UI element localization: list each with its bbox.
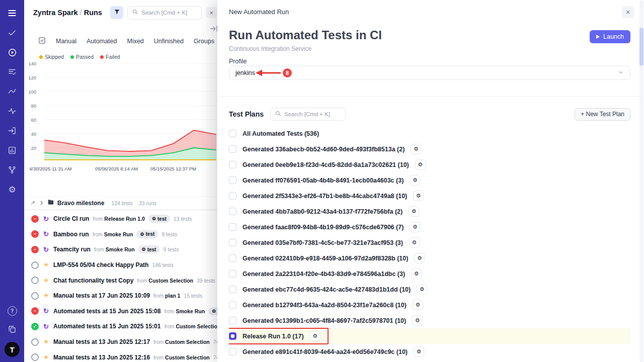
settings-gear-icon[interactable]: ⚙ bbox=[6, 184, 18, 196]
test-plan-settings-button[interactable]: ⚙ bbox=[417, 284, 427, 295]
test-plan-settings-button[interactable]: ⚙ bbox=[412, 315, 423, 326]
test-plan-row[interactable]: Generated 2f5343e3-ef26-47b1-be8b-44cabc… bbox=[229, 188, 630, 204]
test-plan-row[interactable]: Generated 336abecb-0b52-4d60-9ded-493f3f… bbox=[229, 141, 630, 157]
activity-icon[interactable] bbox=[6, 105, 18, 117]
page-subtitle: Continuous Integration Service bbox=[229, 45, 311, 52]
run-row[interactable]: − ↻ Bamboo run fromSmoke Run ⚙test 9 tes… bbox=[24, 227, 217, 242]
bar-chart-icon[interactable] bbox=[6, 144, 18, 156]
test-plan-checkbox[interactable] bbox=[229, 317, 236, 324]
run-row[interactable]: ✳ Manual tests at 17 Jun 2025 10:09 from… bbox=[24, 288, 217, 304]
test-plan-row[interactable]: Generated ebc77c4d-9635-424c-ac5e-427483… bbox=[229, 282, 630, 297]
chevron-right-icon[interactable] bbox=[39, 199, 44, 208]
test-plan-settings-button[interactable]: ⚙ bbox=[413, 300, 423, 310]
test-plan-settings-button[interactable]: ⚙ bbox=[410, 222, 420, 232]
run-row[interactable]: − ↻ Circle CI run fromRelease Run 1.0 ⚙t… bbox=[24, 211, 217, 227]
test-plan-settings-button[interactable]: ⚙ bbox=[409, 237, 420, 248]
test-plan-row[interactable]: Generated ff076591-05ab-4b4b-8491-1ecb00… bbox=[229, 172, 630, 188]
test-plan-checkbox[interactable] bbox=[229, 348, 236, 355]
test-plan-settings-button[interactable]: ⚙ bbox=[410, 175, 420, 186]
test-plan-row[interactable]: Generated 035e7bf0-7381-4c5c-be77-321e73… bbox=[229, 235, 630, 250]
test-plan-settings-button[interactable]: ⚙ bbox=[411, 144, 421, 154]
filter-button[interactable] bbox=[110, 6, 123, 19]
test-plan-checkbox[interactable] bbox=[229, 332, 236, 340]
tab-groups[interactable]: Groups bbox=[194, 38, 214, 45]
scrollbar-track[interactable] bbox=[639, 0, 643, 362]
test-plan-row[interactable]: Generated 022410b9-e918-4459-a106-97d2a9… bbox=[229, 250, 630, 266]
tab-unfinished[interactable]: Unfinished bbox=[154, 38, 184, 45]
test-plan-settings-button[interactable]: ⚙ bbox=[409, 206, 419, 217]
git-branch-icon[interactable] bbox=[6, 164, 18, 176]
test-plan-checkbox[interactable] bbox=[229, 301, 236, 309]
tab-manual[interactable]: Manual bbox=[56, 38, 76, 45]
run-name[interactable]: Bamboo run bbox=[53, 231, 89, 238]
test-plan-row[interactable]: Generated b12794f3-643a-4a2d-8504-23f1e7… bbox=[229, 297, 630, 313]
run-type-icon: ↻ bbox=[42, 215, 50, 223]
tab-mixed[interactable]: Mixed bbox=[127, 38, 143, 45]
launch-button[interactable]: Launch bbox=[590, 30, 630, 43]
test-plan-row[interactable]: Release Run 1.0 (17) ⚙ bbox=[229, 328, 630, 344]
run-row[interactable]: ✓ ↻ Automated tests at 15 Jun 2025 15:01… bbox=[24, 319, 217, 334]
panel-close-button[interactable]: × bbox=[622, 6, 634, 18]
run-name[interactable]: Chat functionality test Copy bbox=[53, 277, 133, 284]
run-row[interactable]: ✳ Chat functionality test Copy fromCusto… bbox=[24, 273, 217, 288]
new-test-plan-button[interactable]: + New Test Plan bbox=[575, 108, 630, 121]
breadcrumb-app[interactable]: Zyntra Spark bbox=[33, 9, 78, 17]
legend-item-passed: Passed bbox=[70, 54, 94, 60]
menu-icon[interactable] bbox=[6, 7, 18, 19]
run-name[interactable]: Manual tests at 13 Jun 2025 12:17 bbox=[53, 338, 150, 345]
run-row[interactable]: − ↻ Automated tests at 15 Jun 2025 15:08… bbox=[24, 304, 217, 319]
test-plan-row[interactable]: Generated 0eeb9e18-f23d-4cd5-82dd-8a1a73… bbox=[229, 157, 630, 172]
test-plan-row[interactable]: Generated e891c41f-8039-4e64-aa24-e0d56e… bbox=[229, 344, 630, 359]
run-name[interactable]: Manual tests at 17 Jun 2025 10:09 bbox=[53, 292, 150, 299]
test-plan-row[interactable]: Generated 9c1399b1-c065-4f84-8697-7af2c5… bbox=[229, 313, 630, 328]
select-all-icon[interactable] bbox=[38, 37, 46, 46]
test-plan-settings-button[interactable]: ⚙ bbox=[310, 331, 320, 341]
milestone-row[interactable]: Bravo milestone 124 tests 33 runs bbox=[24, 197, 217, 209]
runs-trend-chart: 14012010080604020 4/30/2025 11:31 AM05/0… bbox=[25, 62, 219, 171]
run-row[interactable]: ✳ LMP-554 05/04 check Happy Path 146 tes… bbox=[24, 257, 217, 273]
test-plan-checkbox[interactable] bbox=[229, 161, 236, 168]
run-name[interactable]: Circle CI run bbox=[53, 215, 89, 222]
test-plan-checkbox[interactable] bbox=[229, 208, 236, 215]
run-row[interactable]: − ↻ Teamcity run fromSmoke Run ⚙test 9 t… bbox=[24, 242, 217, 257]
drawer-close-button[interactable]: × bbox=[206, 7, 217, 18]
scrollbar-thumb[interactable] bbox=[639, 28, 643, 66]
tab-automated[interactable]: Automated bbox=[87, 38, 117, 45]
test-plans-search-input[interactable] bbox=[284, 111, 341, 117]
runs-search-input[interactable] bbox=[141, 10, 197, 16]
test-plan-row[interactable]: Generated faac8f09-94b8-4b19-89d9-c576cd… bbox=[229, 219, 630, 235]
run-name[interactable]: Teamcity run bbox=[53, 246, 91, 253]
run-count: 13 tests bbox=[174, 216, 192, 222]
brand-logo[interactable]: T bbox=[5, 342, 20, 357]
help-icon[interactable]: ? bbox=[6, 305, 18, 317]
test-plan-checkbox[interactable] bbox=[229, 192, 236, 200]
play-circle-icon[interactable] bbox=[6, 46, 18, 58]
test-plan-checkbox[interactable] bbox=[229, 223, 236, 231]
test-plan-checkbox[interactable] bbox=[229, 176, 236, 184]
test-plan-settings-button[interactable]: ⚙ bbox=[414, 253, 425, 263]
test-plan-checkbox[interactable] bbox=[229, 270, 236, 278]
test-plan-settings-button[interactable]: ⚙ bbox=[414, 346, 424, 357]
test-plan-checkbox[interactable] bbox=[229, 239, 236, 246]
run-name[interactable]: Manual tests at 13 Jun 2025 12:16 bbox=[53, 354, 150, 361]
test-plan-checkbox[interactable] bbox=[229, 254, 236, 262]
test-plan-checkbox[interactable] bbox=[229, 130, 236, 137]
run-row[interactable]: ✳ Manual tests at 13 Jun 2025 12:17 from… bbox=[24, 334, 217, 350]
test-plan-settings-button[interactable]: ⚙ bbox=[415, 159, 426, 170]
test-plan-checkbox[interactable] bbox=[229, 286, 236, 293]
test-plan-settings-button[interactable]: ⚙ bbox=[411, 268, 422, 279]
run-row[interactable]: ✳ Manual tests at 13 Jun 2025 12:16 from… bbox=[24, 349, 217, 362]
check-icon[interactable] bbox=[6, 27, 18, 39]
test-plan-checkbox[interactable] bbox=[229, 145, 236, 153]
test-plan-settings-button[interactable]: ⚙ bbox=[413, 191, 424, 201]
run-name[interactable]: LMP-554 05/04 check Happy Path bbox=[53, 261, 148, 268]
line-chart-icon[interactable] bbox=[6, 85, 18, 98]
test-plan-row[interactable]: Generated 4bb7a8b0-9212-43a4-b137-f772fe… bbox=[229, 204, 630, 219]
run-name[interactable]: Automated tests at 15 Jun 2025 15:08 bbox=[53, 308, 160, 315]
library-icon[interactable] bbox=[6, 323, 18, 335]
checklist-icon[interactable] bbox=[6, 66, 18, 78]
run-name[interactable]: Automated tests at 15 Jun 2025 15:01 bbox=[53, 323, 160, 330]
test-plan-row[interactable]: Generated 2a223104-f20e-4b43-83d9-e78459… bbox=[229, 266, 630, 282]
test-plan-row[interactable]: All Automated Tests (536) bbox=[229, 126, 630, 141]
sign-in-icon[interactable] bbox=[6, 125, 18, 137]
